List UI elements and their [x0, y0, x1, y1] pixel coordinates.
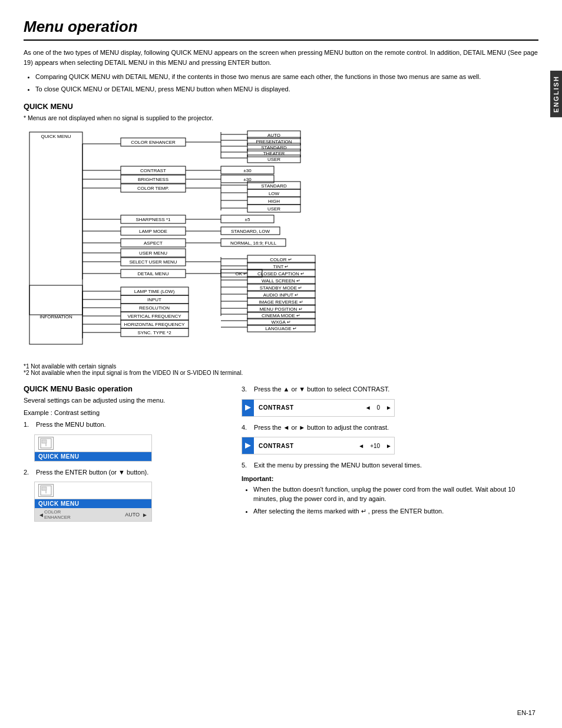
svg-text:QUICK MENU: QUICK MENU: [41, 134, 71, 139]
svg-text:COLOR ↵: COLOR ↵: [270, 257, 292, 262]
svg-text:THEATER: THEATER: [263, 151, 285, 156]
step-1: 1. Press the MENU button.: [24, 420, 224, 430]
step-4-num: 4.: [242, 423, 252, 433]
contrast-label-1: CONTRAST: [254, 404, 363, 411]
svg-text:CONTRAST: CONTRAST: [140, 168, 166, 173]
menu-icon-1: i: [38, 437, 54, 450]
svg-text:WXGA ↵: WXGA ↵: [271, 319, 290, 325]
svg-text:SYNC. TYPE *2: SYNC. TYPE *2: [137, 330, 171, 335]
step-1-text: Press the MENU button.: [36, 421, 106, 428]
svg-text:STANDBY MODE ↵: STANDBY MODE ↵: [260, 285, 303, 291]
left-column: QUICK MENU Basic operation Several setti…: [24, 384, 224, 528]
arrow-left-icon: ◄: [38, 512, 44, 518]
intro-bullets: Comparing QUICK MENU with DETAIL MENU, i…: [35, 72, 538, 94]
menu-bar-2: QUICK MENU: [35, 499, 151, 508]
page-title: Menu operation: [24, 18, 538, 41]
svg-text:WALL SCREEN ↵: WALL SCREEN ↵: [262, 278, 300, 284]
footnotes: *1 Not available with certain signals *2…: [24, 363, 538, 376]
bullet-2: To close QUICK MENU or DETAIL MENU, pres…: [35, 84, 538, 94]
quick-menu-subtitle: * Menus are not displayed when no signal…: [24, 114, 538, 121]
svg-text:RESOLUTION: RESOLUTION: [139, 305, 170, 311]
contrast-box-2: CONTRAST ◄ +10 ►: [242, 437, 395, 454]
svg-text:OK ↵: OK ↵: [236, 271, 248, 276]
contrast-box-1: CONTRAST ◄ 0 ►: [242, 399, 395, 417]
svg-text:LAMP MODE: LAMP MODE: [139, 229, 167, 234]
menu-row-color-enhancer: ◄ COLORENHANCER AUTO ►: [35, 508, 151, 521]
contrast-icon-2: [242, 437, 254, 454]
right-column: 3. Press the ▲ or ▼ button to select CON…: [242, 384, 538, 528]
contrast-value-2: +10: [366, 443, 384, 449]
svg-text:STANDARD, LOW: STANDARD, LOW: [231, 229, 270, 234]
svg-text:DETAIL MENU: DETAIL MENU: [138, 271, 169, 276]
auto-value: AUTO: [125, 512, 140, 518]
arrow-right-icon: ►: [142, 512, 148, 518]
step-5: 5. Exit the menu by pressing the MENU bu…: [242, 460, 538, 470]
example-label: Example : Contrast setting: [24, 408, 224, 418]
step-5-num: 5.: [242, 460, 252, 470]
svg-text:±30: ±30: [243, 168, 252, 173]
step-4-text: Press the ◄ or ► button to adjust the co…: [254, 424, 389, 431]
svg-text:SELECT USER MENU: SELECT USER MENU: [129, 259, 177, 265]
important-bullet-1: When the button doesn't function, unplug…: [253, 485, 538, 504]
step-2-text: Press the ENTER button (or ▼ button).: [36, 469, 148, 476]
important-bullet-2: After selecting the items marked with ↵ …: [253, 506, 538, 516]
menu-bar-1: QUICK MENU: [35, 452, 151, 461]
intro-paragraph: As one of the two types of MENU display,…: [24, 48, 538, 67]
menu-diagram: QUICK MENU COLOR ENHANCER AUTO PRESENTAT…: [24, 126, 538, 357]
svg-text:STANDARD: STANDARD: [261, 183, 287, 189]
step-3-num: 3.: [242, 384, 252, 394]
contrast-right-arrow-2: ►: [384, 443, 394, 449]
basic-operation-title: QUICK MENU Basic operation: [24, 384, 224, 393]
step-4: 4. Press the ◄ or ► button to adjust the…: [242, 423, 538, 433]
contrast-left-arrow-1: ◄: [363, 404, 373, 411]
svg-rect-0: [29, 132, 82, 315]
svg-text:LANGUAGE ↵: LANGUAGE ↵: [265, 326, 297, 331]
svg-text:±5: ±5: [245, 217, 250, 222]
contrast-icon-1: [242, 400, 254, 416]
svg-text:CLOSED CAPTION ↵: CLOSED CAPTION ↵: [257, 271, 305, 276]
bullet-1: Comparing QUICK MENU with DETAIL MENU, i…: [35, 72, 538, 82]
svg-text:AUDIO INPUT ↵: AUDIO INPUT ↵: [263, 292, 299, 298]
footnote-2: *2 Not available when the input signal i…: [24, 370, 538, 376]
step-2: 2. Press the ENTER button (or ▼ button).: [24, 467, 224, 477]
svg-text:COLOR TEMP.: COLOR TEMP.: [137, 186, 169, 191]
two-column-section: QUICK MENU Basic operation Several setti…: [24, 384, 538, 528]
svg-text:ASPECT: ASPECT: [144, 241, 163, 246]
step-3: 3. Press the ▲ or ▼ button to select CON…: [242, 384, 538, 394]
svg-text:HIGH: HIGH: [268, 199, 280, 204]
basic-operation-desc: Several settings can be adjusted using t…: [24, 396, 224, 406]
svg-text:COLOR ENHANCER: COLOR ENHANCER: [131, 140, 176, 145]
step-5-text: Exit the menu by pressing the MENU butto…: [254, 462, 422, 469]
svg-text:LAMP TIME (LOW): LAMP TIME (LOW): [134, 289, 175, 294]
quick-menu-section-title: QUICK MENU: [24, 102, 538, 111]
step-3-text: Press the ▲ or ▼ button to select CONTRA…: [254, 386, 389, 393]
svg-text:NORMAL, 16:9; FULL: NORMAL, 16:9; FULL: [230, 241, 277, 246]
svg-text:SHARPNESS *1: SHARPNESS *1: [135, 217, 171, 222]
svg-text:STANDARD: STANDARD: [261, 145, 287, 150]
color-enhancer-label: COLORENHANCER: [44, 509, 123, 520]
svg-text:INFORMATION: INFORMATION: [39, 314, 72, 319]
svg-text:CINEMA MODE ↵: CINEMA MODE ↵: [262, 313, 300, 318]
contrast-right-arrow-1: ►: [384, 404, 394, 411]
svg-text:HORIZONTAL FREQUENCY: HORIZONTAL FREQUENCY: [124, 322, 185, 327]
step-2-num: 2.: [24, 467, 34, 477]
menu-mockup-2: i QUICK MENU ◄ COLORENHANCER AUTO ►: [34, 482, 152, 522]
diagram-svg: QUICK MENU COLOR ENHANCER AUTO PRESENTAT…: [24, 126, 507, 356]
svg-text:TINT ↵: TINT ↵: [273, 264, 289, 269]
svg-text:USER: USER: [267, 157, 280, 162]
svg-text:USER: USER: [267, 206, 280, 212]
svg-text:IMAGE REVERSE ↵: IMAGE REVERSE ↵: [259, 299, 303, 305]
page-number: EN-17: [517, 709, 535, 716]
svg-text:MENU POSITION ↵: MENU POSITION ↵: [259, 307, 302, 312]
step-1-num: 1.: [24, 420, 34, 430]
svg-text:VERTICAL FREQUENCY: VERTICAL FREQUENCY: [127, 314, 181, 319]
svg-text:LOW: LOW: [269, 191, 280, 196]
footnote-1: *1 Not available with certain signals: [24, 363, 538, 370]
menu-icon-2: i: [38, 484, 54, 497]
important-label: Important:: [242, 475, 538, 482]
menu-mockup-1: i QUICK MENU: [34, 434, 152, 462]
important-bullets: When the button doesn't function, unplug…: [253, 485, 538, 516]
svg-text:USER MENU: USER MENU: [139, 251, 167, 256]
contrast-left-arrow-2: ◄: [356, 443, 366, 449]
contrast-value-1: 0: [373, 404, 384, 411]
